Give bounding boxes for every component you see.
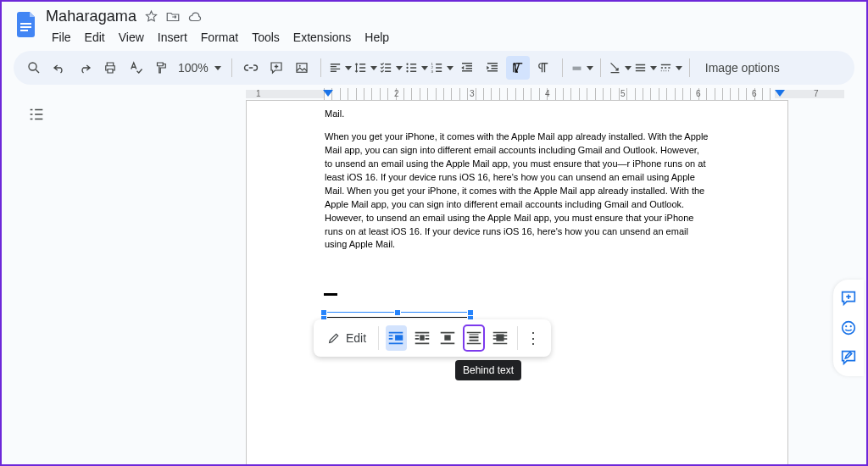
svg-rect-1 <box>20 26 31 28</box>
text-cursor-mark <box>324 293 337 297</box>
move-icon[interactable] <box>165 9 181 25</box>
svg-point-8 <box>406 67 408 69</box>
svg-rect-13 <box>572 67 581 70</box>
clear-formatting-icon[interactable] <box>506 56 530 80</box>
increase-indent-icon[interactable] <box>481 56 504 80</box>
insert-link-icon[interactable] <box>239 56 263 80</box>
menu-tools[interactable]: Tools <box>246 27 286 47</box>
svg-point-9 <box>406 70 408 72</box>
menu-edit[interactable]: Edit <box>79 27 111 47</box>
add-comment-icon[interactable] <box>264 56 288 80</box>
outline-toggle-icon[interactable] <box>27 105 46 124</box>
svg-line-4 <box>36 69 39 73</box>
resize-handle[interactable] <box>394 309 401 316</box>
svg-point-19 <box>843 322 855 335</box>
tooltip: Behind text <box>455 360 521 380</box>
insert-image-icon[interactable] <box>290 56 314 80</box>
border-color-icon[interactable] <box>570 56 593 80</box>
line-spacing-icon[interactable] <box>353 56 377 80</box>
add-comment-fab-icon[interactable] <box>838 288 859 308</box>
svg-rect-2 <box>20 30 28 31</box>
wrap-inline-button[interactable] <box>386 325 407 351</box>
body-text[interactable]: Mail. <box>325 108 709 121</box>
emoji-reaction-icon[interactable] <box>838 318 859 338</box>
behind-text-button[interactable] <box>464 325 485 351</box>
svg-rect-0 <box>20 23 31 25</box>
wrap-text-button[interactable] <box>412 325 433 351</box>
spellcheck-icon[interactable] <box>124 56 147 80</box>
break-text-button[interactable] <box>437 325 459 351</box>
menu-file[interactable]: File <box>46 27 77 47</box>
svg-text:3: 3 <box>431 69 433 74</box>
star-icon[interactable] <box>143 9 159 25</box>
text-direction-icon[interactable] <box>531 56 555 80</box>
undo-icon[interactable] <box>47 56 71 80</box>
edit-image-button[interactable]: Edit <box>322 331 371 345</box>
side-panel-buttons <box>833 280 864 376</box>
paint-format-icon[interactable] <box>149 56 173 80</box>
menu-format[interactable]: Format <box>195 27 244 47</box>
svg-rect-16 <box>445 335 451 340</box>
search-icon[interactable] <box>22 56 46 80</box>
svg-point-21 <box>850 325 852 327</box>
menu-bar: File Edit View Insert Format Tools Exten… <box>46 27 395 47</box>
cloud-status-icon[interactable] <box>187 9 203 25</box>
image-wrap-toolbar: Edit ⋮ <box>314 319 551 357</box>
menu-help[interactable]: Help <box>359 27 395 47</box>
svg-rect-14 <box>395 335 403 340</box>
zoom-select[interactable]: 100% <box>175 61 225 75</box>
border-weight-icon[interactable] <box>608 56 632 80</box>
in-front-of-text-button[interactable] <box>489 325 510 351</box>
numbered-list-icon[interactable]: 123 <box>430 56 453 80</box>
svg-rect-15 <box>420 335 425 340</box>
svg-point-7 <box>406 64 408 65</box>
svg-point-3 <box>29 63 36 70</box>
svg-rect-5 <box>297 64 307 73</box>
decrease-indent-icon[interactable] <box>455 56 479 80</box>
checklist-icon[interactable] <box>379 56 403 80</box>
horizontal-ruler[interactable]: 1 2 3 4 5 6 6 7 <box>246 88 844 100</box>
body-text[interactable]: When you get your iPhone, it comes with … <box>325 130 709 252</box>
menu-extensions[interactable]: Extensions <box>287 27 357 47</box>
svg-point-20 <box>845 325 847 327</box>
align-icon[interactable] <box>328 56 352 80</box>
border-dash-icon[interactable] <box>633 56 657 80</box>
menu-view[interactable]: View <box>113 27 150 47</box>
document-page: Mail. When you get your iPhone, it comes… <box>246 100 788 466</box>
doc-title[interactable]: Maharagama <box>46 8 136 25</box>
docs-logo[interactable] <box>12 9 42 40</box>
more-options-icon[interactable]: ⋮ <box>525 329 542 347</box>
print-icon[interactable] <box>98 56 122 80</box>
image-options-button[interactable]: Image options <box>697 61 788 75</box>
bulleted-list-icon[interactable] <box>404 56 428 80</box>
suggest-edits-icon[interactable] <box>838 347 859 368</box>
svg-rect-18 <box>496 334 504 341</box>
indent-start-marker[interactable] <box>323 90 333 97</box>
menu-insert[interactable]: Insert <box>152 27 193 47</box>
svg-point-6 <box>299 65 301 67</box>
crop-image-icon[interactable] <box>659 56 682 80</box>
indent-end-marker[interactable] <box>775 90 785 97</box>
redo-icon[interactable] <box>73 56 97 80</box>
toolbar: 100% 123 Image options <box>14 51 854 85</box>
